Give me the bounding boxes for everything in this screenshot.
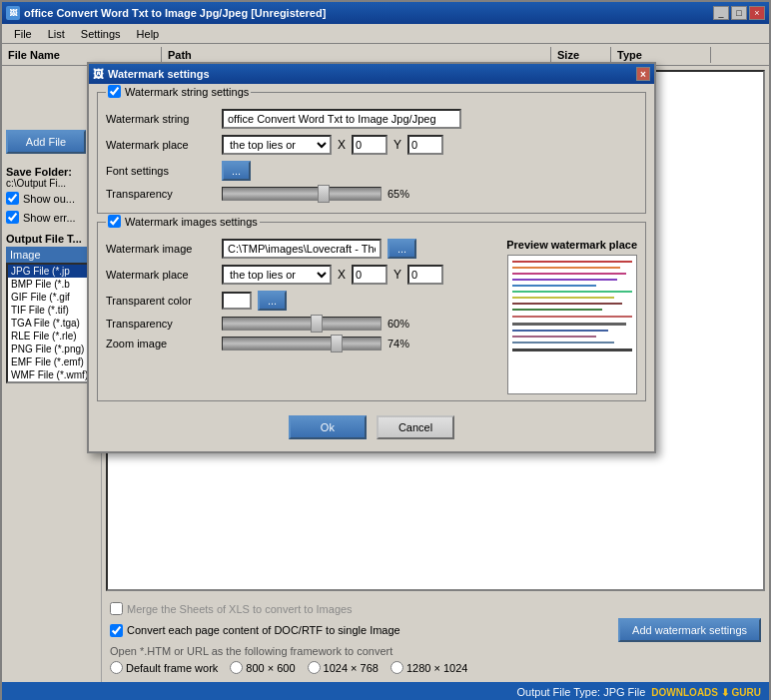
preview-line-9 xyxy=(512,309,602,311)
column-header-filename: File Name xyxy=(2,47,162,63)
watermark-image-input[interactable] xyxy=(222,239,382,259)
zoom-image-value: 74% xyxy=(387,338,422,350)
images-section: Watermark image ... Watermark place the … xyxy=(106,239,637,394)
radio-800: 800 × 600 xyxy=(230,661,295,674)
y-image-input[interactable] xyxy=(407,265,443,285)
images-settings-title: Watermark images settings xyxy=(106,215,260,228)
transparent-color-label: Transparent color xyxy=(106,295,216,307)
file-type-rle[interactable]: RLE File (*.rle) xyxy=(8,330,92,343)
convert-each-checkbox[interactable] xyxy=(110,624,123,637)
transparency-string-label: Transparency xyxy=(106,188,216,200)
show-output-checkbox[interactable] xyxy=(6,192,19,205)
string-settings-title: Watermark string settings xyxy=(106,85,251,98)
preview-line-8 xyxy=(512,303,622,305)
file-type-wmf[interactable]: WMF File (*.wmf) xyxy=(8,368,92,381)
watermark-string-input[interactable] xyxy=(222,109,461,129)
y-input[interactable] xyxy=(407,135,443,155)
images-form: Watermark image ... Watermark place the … xyxy=(106,239,498,394)
file-type-jpg[interactable]: JPG File (*.jp xyxy=(8,265,92,278)
watermark-place-select[interactable]: the top lies or xyxy=(222,135,332,155)
menu-list[interactable]: List xyxy=(40,26,73,42)
dialog-close-button[interactable]: × xyxy=(636,67,650,81)
x-label: X xyxy=(338,138,346,152)
radio-1280-input[interactable] xyxy=(390,661,403,674)
merge-sheets-checkbox[interactable] xyxy=(110,602,123,615)
x-image-input[interactable] xyxy=(352,265,387,285)
preview-line-7 xyxy=(512,297,614,299)
preview-line-4 xyxy=(512,279,618,281)
watermark-image-row: Watermark image ... xyxy=(106,239,498,259)
radio-1024-input[interactable] xyxy=(308,661,321,674)
dialog-title: Watermark settings xyxy=(108,68,210,80)
save-folder-value: c:\Output Fi... xyxy=(6,178,97,189)
minimize-button[interactable]: _ xyxy=(713,6,729,20)
show-output-checkbox-row: Show ou... xyxy=(6,192,97,205)
show-error-label: Show err... xyxy=(23,212,76,224)
preview-line-3 xyxy=(512,273,626,275)
cancel-button[interactable]: Cancel xyxy=(377,415,454,439)
file-type-bmp[interactable]: BMP File (*.b xyxy=(8,278,92,291)
string-settings-label: Watermark string settings xyxy=(125,86,249,98)
show-error-checkbox[interactable] xyxy=(6,211,19,224)
maximize-button[interactable]: □ xyxy=(731,6,747,20)
string-settings-checkbox[interactable] xyxy=(108,85,121,98)
file-type-tga[interactable]: TGA File (*.tga) xyxy=(8,317,92,330)
title-bar-controls: _ □ × xyxy=(713,6,765,20)
add-watermark-button[interactable]: Add watermark settings xyxy=(618,618,761,642)
output-type-bar: Output File Type: JPG File DOWNLOADS ⬇ G… xyxy=(2,682,769,700)
zoom-image-slider[interactable] xyxy=(222,337,382,350)
menu-settings[interactable]: Settings xyxy=(73,26,129,42)
title-bar: 🖼 office Convert Word Txt to Image Jpg/J… xyxy=(2,2,769,24)
close-button[interactable]: × xyxy=(749,6,765,20)
open-htm-label: Open *.HTM or URL as the following frame… xyxy=(110,645,761,657)
main-window: 🖼 office Convert Word Txt to Image Jpg/J… xyxy=(0,0,771,700)
output-type-label: Output File Type: JPG File xyxy=(517,686,646,698)
images-settings-checkbox[interactable] xyxy=(108,215,121,228)
transparency-string-slider[interactable] xyxy=(222,187,382,201)
file-type-emf[interactable]: EMF File (*.emf) xyxy=(8,355,92,368)
add-file-button[interactable]: Add File xyxy=(6,130,86,154)
images-settings-group: Watermark images settings Watermark imag… xyxy=(97,222,646,401)
radio-800-input[interactable] xyxy=(230,661,243,674)
watermark-place-image-row: Watermark place the top lies or X Y xyxy=(106,265,498,285)
radio-1280-label: 1280 × 1024 xyxy=(406,662,467,674)
transparency-string-row: Transparency 65% xyxy=(106,187,637,201)
watermark-place-image-select[interactable]: the top lies or xyxy=(222,265,332,285)
y-image-label: Y xyxy=(393,268,401,282)
menu-file[interactable]: File xyxy=(6,26,40,42)
bottom-controls: Merge the Sheets of XLS to convert to Im… xyxy=(102,595,769,682)
watermark-logo: DOWNLOADS ⬇ GURU xyxy=(651,687,761,698)
column-header-type: Type xyxy=(611,47,711,63)
menu-bar: File List Settings Help xyxy=(2,24,769,44)
dialog-title-left: 🖼 Watermark settings xyxy=(93,68,210,80)
radio-1024-label: 1024 × 768 xyxy=(324,662,379,674)
preview-line-15 xyxy=(512,349,632,351)
font-settings-button[interactable]: ... xyxy=(222,161,251,181)
x-image-label: X xyxy=(338,268,346,282)
browse-image-button[interactable]: ... xyxy=(387,239,416,259)
radio-default-input[interactable] xyxy=(110,661,123,674)
ok-button[interactable]: Ok xyxy=(289,415,367,439)
watermark-place-row: Watermark place the top lies or X Y xyxy=(106,135,637,155)
transparency-image-slider[interactable] xyxy=(222,317,382,331)
menu-help[interactable]: Help xyxy=(129,26,168,42)
file-type-png[interactable]: PNG File (*.png) xyxy=(8,343,92,355)
transparency-string-slider-container: 65% xyxy=(222,187,422,201)
color-swatch[interactable] xyxy=(222,292,252,310)
preview-line-5 xyxy=(512,285,596,287)
output-label: Output File T... xyxy=(6,233,97,245)
font-settings-row: Font settings ... xyxy=(106,161,637,181)
merge-sheets-row: Merge the Sheets of XLS to convert to Im… xyxy=(110,602,761,615)
file-type-tif[interactable]: TIF File (*.tif) xyxy=(8,304,92,317)
watermark-place-image-label: Watermark place xyxy=(106,269,216,281)
x-input[interactable] xyxy=(352,135,387,155)
transparent-color-row: Transparent color ... xyxy=(106,291,498,311)
preview-line-1 xyxy=(512,261,632,263)
preview-line-11 xyxy=(512,323,626,326)
radio-default: Default frame work xyxy=(110,661,218,674)
color-picker-button[interactable]: ... xyxy=(258,291,287,311)
file-type-gif[interactable]: GIF File (*.gif xyxy=(8,291,92,304)
preview-watermark-area xyxy=(507,255,637,394)
column-header-size: Size xyxy=(551,47,611,63)
dialog-title-bar: 🖼 Watermark settings × xyxy=(89,64,654,84)
